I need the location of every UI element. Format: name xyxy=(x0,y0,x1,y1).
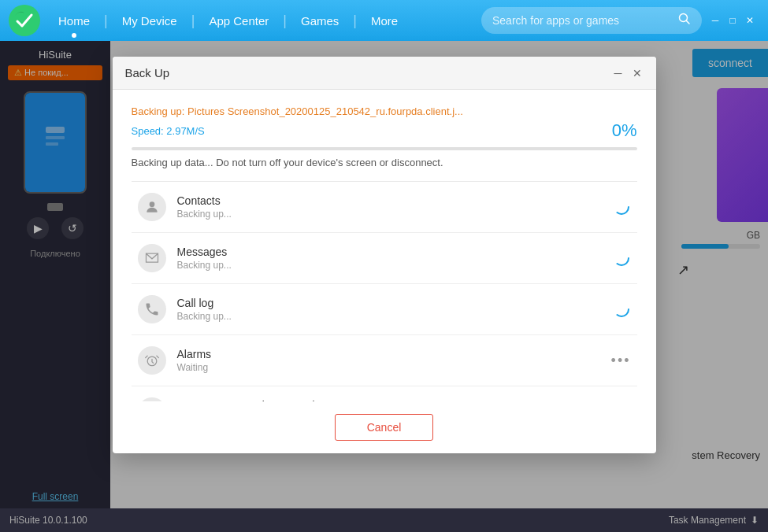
nav-sep-2: | xyxy=(190,13,197,29)
statusbar: HiSuite 10.0.1.100 Task Management ⬇ xyxy=(0,508,768,532)
alarms-info: Alarms Waiting xyxy=(177,348,611,373)
calllog-name: Call log xyxy=(177,297,612,309)
modal-title: Back Up xyxy=(125,66,170,79)
search-input[interactable] xyxy=(492,14,678,27)
messages-icon xyxy=(138,244,166,272)
task-management-label: Task Management xyxy=(669,515,746,526)
messages-status: Backing up... xyxy=(177,260,612,271)
messages-name: Messages xyxy=(177,246,612,258)
nav-sep-1: | xyxy=(102,13,109,29)
nav-sep-3: | xyxy=(281,13,288,29)
percent-text: 0% xyxy=(612,120,637,141)
nav-item-home[interactable]: Home xyxy=(46,0,102,41)
contacts-name: Contacts xyxy=(177,194,612,207)
window-controls: ─ □ ✕ xyxy=(710,15,760,26)
modal-close-button[interactable]: ✕ xyxy=(631,67,644,79)
svg-point-7 xyxy=(614,200,629,214)
svg-point-6 xyxy=(149,201,154,207)
backup-modal: Back Up ─ ✕ Backing up: Pictures Screens… xyxy=(113,57,656,453)
status-right: Task Management ⬇ xyxy=(669,515,759,526)
backup-item-alarms: Alarms Waiting ••• xyxy=(132,335,637,386)
contacts-icon xyxy=(138,193,166,221)
calllog-spinner xyxy=(612,300,631,319)
minimize-button[interactable]: ─ xyxy=(710,15,721,26)
calllog-icon xyxy=(138,295,166,323)
status-left: HiSuite 10.0.1.100 xyxy=(9,515,87,526)
contacts-spinner xyxy=(612,198,631,216)
svg-point-9 xyxy=(614,302,629,316)
messages-spinner xyxy=(612,249,631,268)
speed-text: Speed: 2.97M/S xyxy=(132,125,205,137)
nav-item-mydevice[interactable]: My Device xyxy=(109,0,190,41)
speed-row: Speed: 2.97M/S 0% xyxy=(132,120,637,141)
svg-point-8 xyxy=(614,251,629,265)
svg-point-0 xyxy=(9,5,40,36)
nav-sep-4: | xyxy=(351,13,358,29)
modal-header: Back Up ─ ✕ xyxy=(113,57,656,90)
nav-item-games[interactable]: Games xyxy=(288,0,351,41)
backup-item-messages: Messages Backing up... xyxy=(132,233,637,284)
backup-item-wlan: WLAN SSIDs and passwords Waiting ••• xyxy=(132,386,637,401)
alarms-icon xyxy=(138,346,166,375)
modal-overlay: Back Up ─ ✕ Backing up: Pictures Screens… xyxy=(0,41,768,508)
backup-list: Contacts Backing up... xyxy=(132,181,637,401)
alarms-name: Alarms xyxy=(177,348,611,360)
progress-bar xyxy=(132,147,637,150)
calllog-info: Call log Backing up... xyxy=(177,297,612,322)
contacts-info: Contacts Backing up... xyxy=(177,194,612,220)
svg-line-2 xyxy=(687,21,690,24)
close-button[interactable]: ✕ xyxy=(744,15,755,26)
alarms-status: Waiting xyxy=(177,362,611,373)
download-icon: ⬇ xyxy=(751,515,759,526)
nav-item-appcenter[interactable]: App Center xyxy=(196,0,281,41)
warning-text: Backing up data... Do not turn off your … xyxy=(132,157,637,168)
topbar: Home | My Device | App Center | Games | … xyxy=(0,0,768,41)
search-bar[interactable] xyxy=(481,7,702,34)
app-logo xyxy=(8,4,41,37)
contacts-status: Backing up... xyxy=(177,209,612,220)
nav-item-more[interactable]: More xyxy=(358,0,410,41)
messages-info: Messages Backing up... xyxy=(177,246,612,271)
wlan-name: WLAN SSIDs and passwords xyxy=(177,399,611,401)
progress-header: Backing up: Pictures Screenshot_20200125… xyxy=(132,105,637,141)
backing-up-text: Backing up: Pictures Screenshot_20200125… xyxy=(132,105,637,117)
modal-footer: Cancel xyxy=(113,401,656,453)
search-icon xyxy=(678,13,691,28)
main-content: HiSuite ⚠ Не покид... ▶ ↺ Подключено Ful… xyxy=(0,41,768,508)
cancel-button[interactable]: Cancel xyxy=(335,414,434,441)
backup-item-contacts: Contacts Backing up... xyxy=(132,182,637,233)
modal-body: Backing up: Pictures Screenshot_20200125… xyxy=(113,90,656,401)
maximize-button[interactable]: □ xyxy=(727,15,738,26)
backup-item-calllog: Call log Backing up... xyxy=(132,284,637,335)
calllog-status: Backing up... xyxy=(177,311,612,322)
filename-text: Pictures Screenshot_20200125_210542_ru.f… xyxy=(187,105,463,117)
modal-controls: ─ ✕ xyxy=(612,67,644,79)
wlan-info: WLAN SSIDs and passwords Waiting xyxy=(177,399,611,401)
modal-minimize-button[interactable]: ─ xyxy=(612,67,625,79)
alarms-dots: ••• xyxy=(611,353,631,369)
wlan-icon xyxy=(138,397,166,401)
